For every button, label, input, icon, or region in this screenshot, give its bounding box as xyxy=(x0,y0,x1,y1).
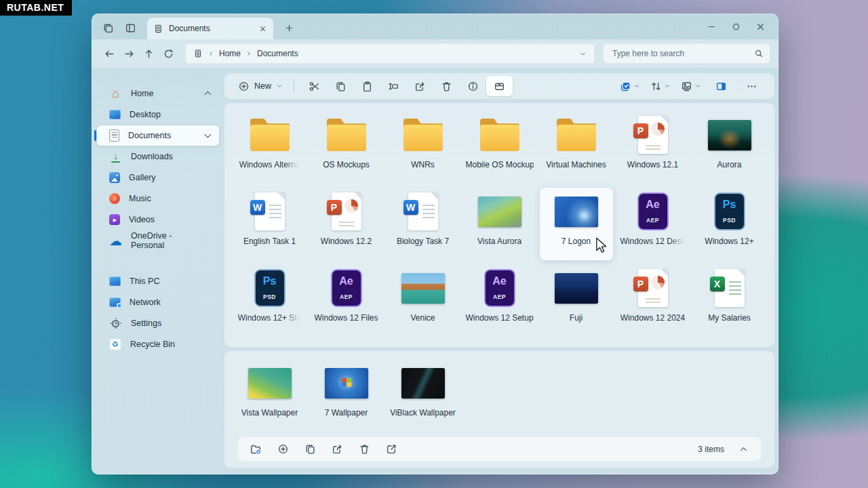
copy-button[interactable] xyxy=(302,441,318,458)
chevron-icon[interactable] xyxy=(204,131,212,140)
up-button[interactable] xyxy=(139,44,159,63)
cut-button[interactable] xyxy=(301,76,328,96)
panel-toggle-button[interactable] xyxy=(121,19,140,37)
delete-button[interactable] xyxy=(356,441,372,458)
tab-label: Documents xyxy=(169,24,253,33)
status-group: 3 items xyxy=(698,441,751,458)
sidebar-item[interactable]: Downloads xyxy=(97,146,219,167)
close-button[interactable] xyxy=(750,17,770,36)
search-input[interactable] xyxy=(611,48,754,59)
file-tile[interactable]: Windows 12 Desk xyxy=(616,188,690,260)
file-tile[interactable]: 7 Wallpaper xyxy=(310,359,383,432)
file-tile[interactable]: Vista Aurora xyxy=(463,188,536,260)
file-tile[interactable]: Biology Task 7 xyxy=(387,188,460,260)
sidebar-item[interactable]: Documents xyxy=(97,125,219,146)
sidebar-item[interactable]: This PC xyxy=(97,271,219,291)
select-mode-button[interactable] xyxy=(616,76,643,96)
chevron-icon[interactable] xyxy=(204,110,212,119)
file-tile[interactable]: Windows 12.2 xyxy=(310,188,383,260)
new-button-label: New xyxy=(254,81,271,91)
file-tile[interactable]: 7 Logon xyxy=(540,188,613,260)
minimize-button[interactable] xyxy=(701,17,722,36)
share-button[interactable] xyxy=(407,76,433,96)
file-tile[interactable]: OS Mockups xyxy=(310,111,383,184)
address-bar[interactable]: Home Documents xyxy=(185,43,595,64)
downloads-icon xyxy=(109,150,122,163)
close-tab-icon[interactable] xyxy=(258,24,267,33)
open-external-button[interactable] xyxy=(383,441,399,458)
new-plus-icon xyxy=(238,81,250,92)
music-icon xyxy=(109,193,120,204)
sidebar-item[interactable]: Recycle Bin xyxy=(97,334,219,354)
new-tab-button[interactable] xyxy=(280,19,298,37)
file-tile[interactable]: Windows 12+ Sta xyxy=(233,264,307,337)
file-tile[interactable]: Windows 12+ xyxy=(693,188,766,260)
new-button[interactable]: New xyxy=(234,76,287,96)
chevron-icon[interactable] xyxy=(204,152,212,161)
sidebar-item[interactable]: Videos xyxy=(97,209,219,230)
file-name: Windows 12 Setup xyxy=(466,313,534,323)
file-tile[interactable]: ViBlack Wallpaper xyxy=(387,359,460,432)
file-tile[interactable]: My Salaries xyxy=(693,264,766,337)
panel-toggle-icon xyxy=(125,22,136,34)
paste-button[interactable] xyxy=(354,76,380,96)
tab-stack-button[interactable] xyxy=(99,19,117,37)
file-tile[interactable]: Windows 12 Files xyxy=(310,264,383,337)
share-button[interactable] xyxy=(329,441,345,458)
info-icon xyxy=(467,81,479,92)
file-tile[interactable]: English Task 1 xyxy=(233,188,307,260)
share-icon xyxy=(332,443,343,455)
rename-button[interactable] xyxy=(380,76,407,96)
chevron-icon[interactable] xyxy=(204,195,212,203)
sidebar-item[interactable]: Network xyxy=(97,292,219,312)
delete-button[interactable] xyxy=(433,76,460,96)
forward-button[interactable] xyxy=(119,44,139,63)
chevron-icon[interactable] xyxy=(204,174,212,182)
maximize-button[interactable] xyxy=(726,17,746,36)
tab-documents[interactable]: Documents xyxy=(147,18,273,39)
sidebar-item[interactable]: Music xyxy=(97,188,219,209)
sidebar-item[interactable]: Home xyxy=(97,83,219,104)
refresh-button[interactable] xyxy=(159,44,178,63)
file-thumbnail xyxy=(248,368,292,399)
file-tile[interactable]: Windows Alterna xyxy=(233,111,307,184)
command-toolbar: New xyxy=(224,73,774,99)
file-tile[interactable]: WNRs xyxy=(387,111,460,184)
file-tile[interactable]: Fuji xyxy=(540,264,613,337)
preview-pane-button[interactable] xyxy=(486,76,513,96)
chevron-down-icon[interactable] xyxy=(579,50,587,58)
sidebar-item-label: Network xyxy=(130,298,161,307)
file-tile[interactable]: Virtual Machines xyxy=(540,111,613,184)
info-button[interactable] xyxy=(460,76,486,96)
collapse-button[interactable] xyxy=(735,441,751,458)
chevron-icon[interactable] xyxy=(204,89,212,98)
chevron-icon[interactable] xyxy=(204,216,212,224)
new-folder-icon xyxy=(250,443,262,455)
file-tile[interactable]: Venice xyxy=(387,264,460,337)
add-button[interactable] xyxy=(275,441,291,458)
file-tile[interactable]: Windows 12 2024 xyxy=(616,264,690,337)
sidebar-item[interactable]: Settings xyxy=(97,313,219,333)
sidebar-item[interactable]: Desktop xyxy=(97,104,219,125)
breadcrumb-documents[interactable]: Documents xyxy=(257,49,298,58)
file-tile[interactable]: Windows 12 Setup xyxy=(463,264,536,337)
back-button[interactable] xyxy=(100,44,119,63)
new-folder-button[interactable] xyxy=(248,441,264,458)
details-pane-button[interactable] xyxy=(708,76,734,96)
sort-button[interactable] xyxy=(647,76,673,96)
sidebar-item[interactable]: OneDrive - Personal xyxy=(97,230,219,251)
search-box[interactable] xyxy=(603,43,770,64)
more-button[interactable] xyxy=(738,76,765,96)
sidebar-item[interactable]: Gallery xyxy=(97,167,219,188)
breadcrumb-home[interactable]: Home xyxy=(219,49,241,58)
file-tile[interactable]: Mobile OS Mockups xyxy=(463,111,536,184)
file-thumbnail xyxy=(254,269,285,307)
file-tile[interactable]: Windows 12.1 xyxy=(616,111,690,184)
sidebar-item-label: Recycle Bin xyxy=(130,340,175,349)
file-tile[interactable]: Vista Wallpaper xyxy=(233,359,307,432)
chevron-icon[interactable] xyxy=(204,237,212,245)
copy-button[interactable] xyxy=(328,76,354,96)
view-button[interactable] xyxy=(677,76,704,96)
documents-icon xyxy=(109,129,119,142)
file-tile[interactable]: Aurora xyxy=(693,111,766,184)
